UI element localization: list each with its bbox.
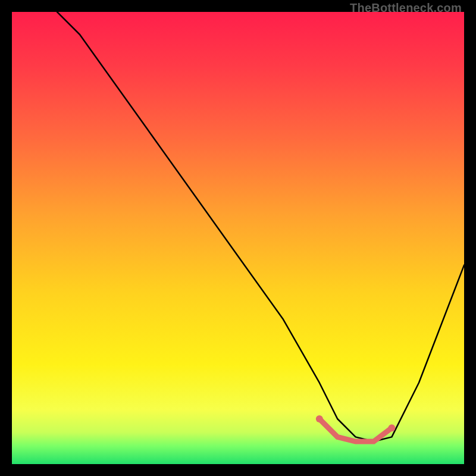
chart-frame: TheBottleneck.com	[0, 0, 476, 476]
chart-curve-layer	[12, 12, 464, 464]
highlight-dot	[388, 424, 395, 431]
bottleneck-curve	[57, 12, 464, 441]
highlight-dot	[316, 415, 323, 422]
plot-area	[12, 12, 464, 464]
watermark-text: TheBottleneck.com	[350, 1, 462, 15]
optimal-range-highlight	[320, 419, 392, 441]
